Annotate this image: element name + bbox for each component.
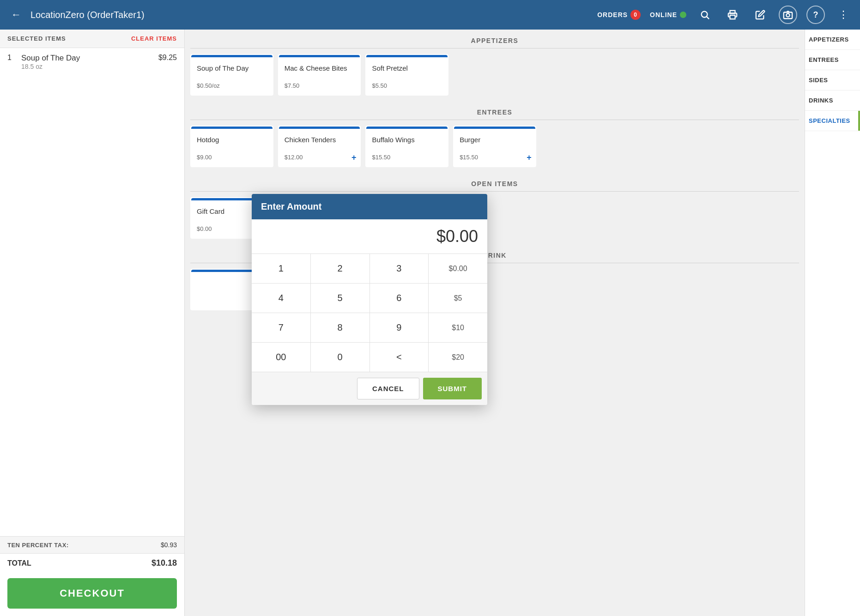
item-price: $15.50 — [460, 154, 530, 161]
item-name: Burger — [460, 136, 530, 144]
right-sidebar: APPETIZERS ENTREES SIDES DRINKS SPECIALT… — [805, 30, 860, 616]
enter-amount-dialog: Enter Amount $0.00 1 2 3 $0.00 4 5 6 $5 … — [252, 194, 487, 405]
card-top-bar — [279, 127, 360, 129]
svg-point-5 — [786, 13, 789, 17]
help-button[interactable]: ? — [806, 6, 825, 24]
open-items-section-header: OPEN ITEMS — [185, 173, 805, 191]
more-button[interactable]: ⋮ — [834, 6, 853, 24]
card-top-bar — [366, 55, 448, 57]
search-icon — [700, 10, 710, 20]
total-value: $10.18 — [151, 558, 177, 568]
numpad-8[interactable]: 8 — [311, 313, 369, 342]
item-name: Chicken Tenders — [285, 136, 355, 144]
svg-rect-3 — [730, 15, 735, 19]
item-plus-icon: + — [351, 153, 357, 163]
online-status: ONLINE — [650, 11, 686, 18]
numpad-1[interactable]: 1 — [252, 254, 310, 283]
sidebar-active-indicator — [858, 111, 860, 131]
sidebar-item-drinks[interactable]: DRINKS — [805, 91, 860, 111]
total-row: TOTAL $10.18 — [0, 554, 184, 573]
menu-item-burger[interactable]: Burger $15.50 + — [453, 126, 536, 167]
numpad-backspace[interactable]: < — [370, 343, 429, 372]
nav-title: LocationZero (OrderTaker1) — [30, 10, 592, 20]
numpad-2[interactable]: 2 — [311, 254, 369, 283]
order-item-qty: 1 — [7, 54, 17, 62]
more-icon: ⋮ — [838, 9, 849, 21]
item-price: $9.00 — [197, 154, 267, 161]
numpad-preset-20[interactable]: $20 — [429, 343, 487, 372]
back-button[interactable]: ← — [7, 7, 25, 23]
item-name: Soup of The Day — [197, 64, 267, 72]
item-price: $15.50 — [372, 154, 442, 161]
item-name: Hotdog — [197, 136, 267, 144]
numpad-6[interactable]: 6 — [370, 284, 429, 313]
numpad-grid: 1 2 3 $0.00 4 5 6 $5 7 8 9 $10 00 0 < $2… — [252, 254, 487, 372]
sidebar-item-label: SIDES — [809, 77, 828, 84]
print-button[interactable] — [723, 6, 742, 24]
total-label: TOTAL — [7, 559, 31, 568]
item-price: $12.00 — [285, 154, 355, 161]
tax-label: TEN PERCENT TAX: — [7, 542, 69, 549]
checkout-button[interactable]: CHECKOUT — [7, 578, 177, 609]
numpad-9[interactable]: 9 — [370, 313, 429, 342]
item-name: Mac & Cheese Bites — [285, 64, 355, 72]
numpad-5[interactable]: 5 — [311, 284, 369, 313]
numpad-preset-10[interactable]: $10 — [429, 313, 487, 342]
numpad-3[interactable]: 3 — [370, 254, 429, 283]
sidebar-item-entrees[interactable]: ENTREES — [805, 50, 860, 70]
menu-item-buffalo-wings[interactable]: Buffalo Wings $15.50 — [365, 126, 448, 167]
item-name: Buffalo Wings — [372, 136, 442, 144]
nav-right: ORDERS 0 ONLINE ? ⋮ — [597, 6, 853, 24]
entrees-section-header: ENTREES — [185, 101, 805, 120]
open-items-divider — [190, 191, 799, 192]
menu-item-soup[interactable]: Soup of The Day $0.50/oz — [190, 54, 273, 96]
sidebar-item-appetizers[interactable]: APPETIZERS — [805, 30, 860, 50]
dialog-header: Enter Amount — [252, 194, 487, 219]
tax-row: TEN PERCENT TAX: $0.93 — [0, 537, 184, 554]
orders-label: ORDERS — [597, 11, 628, 18]
sidebar-item-label: APPETIZERS — [809, 36, 849, 43]
order-item-sub: 18.5 oz — [21, 63, 154, 70]
selected-items-label: SELECTED ITEMS — [7, 35, 66, 42]
card-top-bar — [191, 55, 273, 57]
item-price: $0.50/oz — [197, 82, 267, 89]
sidebar-item-sides[interactable]: SIDES — [805, 70, 860, 91]
clear-items-button[interactable]: CLEAR ITEMS — [131, 35, 177, 42]
left-panel-header: SELECTED ITEMS CLEAR ITEMS — [0, 30, 184, 48]
camera-button[interactable] — [779, 6, 797, 24]
numpad-preset-0-00[interactable]: $0.00 — [429, 254, 487, 283]
camera-icon — [783, 10, 793, 20]
online-label: ONLINE — [650, 11, 677, 18]
item-price: $7.50 — [285, 82, 355, 89]
help-icon: ? — [813, 10, 818, 20]
cancel-button[interactable]: CANCEL — [357, 378, 419, 399]
card-top-bar — [191, 127, 273, 129]
submit-button[interactable]: SUBMIT — [423, 378, 482, 399]
numpad-7[interactable]: 7 — [252, 313, 310, 342]
dialog-amount-display: $0.00 — [252, 219, 487, 254]
item-price: $5.50 — [372, 82, 442, 89]
card-top-bar — [279, 55, 360, 57]
menu-item-chicken-tenders[interactable]: Chicken Tenders $12.00 + — [278, 126, 361, 167]
appetizers-grid: Soup of The Day $0.50/oz Mac & Cheese Bi… — [185, 54, 805, 101]
search-button[interactable] — [696, 6, 714, 24]
menu-item-hotdog[interactable]: Hotdog $9.00 — [190, 126, 273, 167]
numpad-00[interactable]: 00 — [252, 343, 310, 372]
numpad-preset-5[interactable]: $5 — [429, 284, 487, 313]
menu-item-mac-cheese[interactable]: Mac & Cheese Bites $7.50 — [278, 54, 361, 96]
sidebar-item-specialties[interactable]: SPECIALTIES — [805, 111, 860, 131]
numpad-0[interactable]: 0 — [311, 343, 369, 372]
dialog-title: Enter Amount — [261, 201, 321, 211]
item-name: Soft Pretzel — [372, 64, 442, 72]
item-plus-icon: + — [527, 153, 532, 163]
numpad-4[interactable]: 4 — [252, 284, 310, 313]
card-top-bar — [366, 127, 448, 129]
entrees-grid: Hotdog $9.00 Chicken Tenders $12.00 + Bu… — [185, 126, 805, 173]
edit-button[interactable] — [751, 6, 769, 24]
online-dot — [680, 12, 686, 18]
svg-line-1 — [707, 17, 709, 19]
appetizers-divider — [190, 48, 799, 48]
top-nav: ← LocationZero (OrderTaker1) ORDERS 0 ON… — [0, 0, 860, 30]
edit-icon — [755, 10, 765, 20]
menu-item-soft-pretzel[interactable]: Soft Pretzel $5.50 — [365, 54, 448, 96]
